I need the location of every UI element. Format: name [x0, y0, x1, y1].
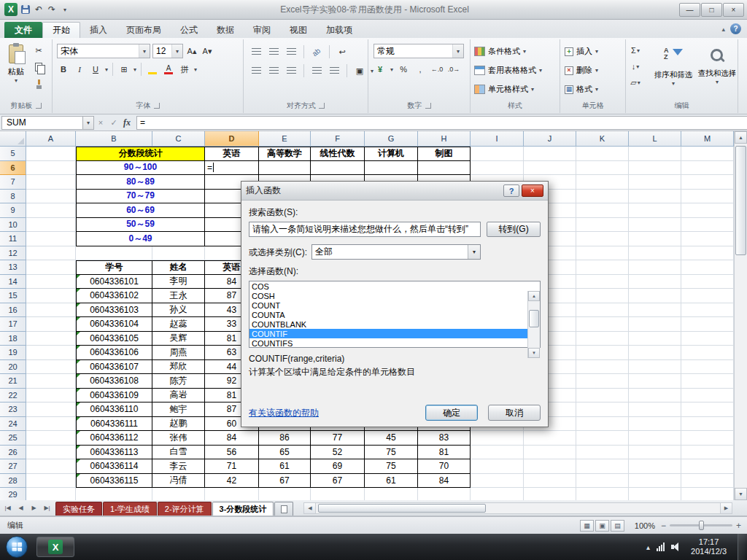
percent-format-icon[interactable]: %	[397, 63, 410, 76]
cell-r20-c0[interactable]	[26, 360, 76, 375]
currency-format-icon[interactable]: ¥	[374, 63, 387, 76]
cell-r28-c0[interactable]	[26, 474, 76, 489]
find-select-button[interactable]: 查找和选择 ▾	[696, 43, 738, 100]
cell-r25-c5[interactable]: 77	[311, 431, 365, 446]
page-break-view-icon[interactable]: ▤	[611, 520, 624, 532]
column-header-K[interactable]: K	[576, 131, 629, 147]
cell-r15-c10[interactable]	[576, 289, 629, 303]
function-item-COUNTA[interactable]: COUNTA	[249, 310, 527, 319]
cell-r8-c10[interactable]	[629, 190, 681, 204]
enter-formula-icon[interactable]: ✓	[107, 116, 120, 129]
align-center-icon[interactable]	[267, 64, 280, 77]
row-header-11[interactable]: 11	[0, 232, 26, 246]
decrease-decimal-icon[interactable]: .0→	[447, 63, 460, 76]
phonetic-dropdown-icon[interactable]: ▾	[194, 66, 197, 73]
cell-r24-c0[interactable]	[26, 417, 76, 432]
cell-r23-c2[interactable]: 鲍宇	[152, 402, 205, 417]
row-header-16[interactable]: 16	[0, 303, 26, 318]
function-help-link[interactable]: 有关该函数的帮助	[249, 407, 319, 419]
close-button[interactable]: ×	[723, 3, 744, 17]
cell-r14-c11[interactable]	[629, 275, 681, 289]
tray-expand-icon[interactable]: ▴	[646, 543, 650, 551]
cell-r13-c11[interactable]	[629, 260, 681, 275]
cell-r29-c1[interactable]	[76, 488, 152, 500]
font-size-select[interactable]: 12 ▾	[152, 44, 183, 58]
cell-r28-c11[interactable]	[629, 474, 681, 489]
cell-r16-c1[interactable]: 0604336103	[76, 303, 152, 318]
row-header-23[interactable]: 23	[0, 402, 26, 417]
cell-r5-c0[interactable]	[26, 147, 76, 161]
cell-r27-c0[interactable]	[26, 459, 76, 474]
cell-r28-c7[interactable]: 84	[418, 474, 471, 489]
align-middle-icon[interactable]	[267, 45, 280, 58]
cell-r25-c3[interactable]: 84	[205, 431, 259, 446]
cell-r13-c1[interactable]: 学号	[76, 260, 152, 275]
undo-icon[interactable]: ↶	[34, 3, 44, 16]
cut-icon[interactable]: ✂	[32, 44, 45, 57]
row-header-24[interactable]: 24	[0, 417, 26, 432]
cell-r29-c2[interactable]	[152, 488, 205, 500]
cell-r18-c1[interactable]: 0604336105	[76, 332, 152, 346]
vertical-scroll-thumb[interactable]	[735, 146, 746, 255]
cell-r5-c4[interactable]: 线性代数	[311, 147, 365, 161]
cell-r10-c9[interactable]	[576, 218, 629, 233]
horizontal-scrollbar[interactable]: ◀ ▶	[303, 502, 732, 514]
row-header-6[interactable]: 6	[0, 161, 26, 176]
cell-r7-c9[interactable]	[576, 175, 629, 190]
cell-r26-c4[interactable]: 65	[259, 446, 311, 460]
cell-r19-c11[interactable]	[629, 346, 681, 360]
cell-r8-c11[interactable]	[681, 190, 734, 204]
merge-center-icon[interactable]: ▣	[353, 64, 366, 77]
cell-r9-c10[interactable]	[629, 203, 681, 218]
cell-r5-c6[interactable]: 制图	[418, 147, 471, 161]
cell-r25-c8[interactable]	[471, 431, 524, 446]
number-dialog-launcher[interactable]	[425, 103, 431, 109]
column-header-G[interactable]: G	[365, 131, 418, 147]
cell-r26-c9[interactable]	[524, 446, 576, 460]
cell-r26-c12[interactable]	[681, 446, 734, 460]
cell-r7-c10[interactable]	[629, 175, 681, 190]
align-right-icon[interactable]	[285, 64, 298, 77]
column-header-B[interactable]: B	[76, 131, 152, 147]
cell-r22-c12[interactable]	[681, 389, 734, 403]
cell-r26-c6[interactable]: 75	[365, 446, 418, 460]
cell-r6-c10[interactable]	[629, 161, 681, 176]
cell-r27-c8[interactable]	[471, 459, 524, 474]
cell-r27-c2[interactable]: 李云	[152, 459, 205, 474]
bold-icon[interactable]: B	[57, 63, 70, 76]
cell-r22-c2[interactable]: 高岩	[152, 389, 205, 403]
cell-r24-c11[interactable]	[629, 417, 681, 432]
cell-r29-c11[interactable]	[629, 488, 681, 500]
excel-app-icon[interactable]: X	[4, 3, 18, 16]
cell-r9-c0[interactable]	[26, 203, 76, 218]
cell-r9-c9[interactable]	[576, 203, 629, 218]
row-header-19[interactable]: 19	[0, 346, 26, 360]
cell-r13-c10[interactable]	[576, 260, 629, 275]
cell-r13-c0[interactable]	[26, 260, 76, 275]
cell-r17-c1[interactable]: 0604336104	[76, 317, 152, 332]
cell-r15-c0[interactable]	[26, 289, 76, 303]
cell-r14-c12[interactable]	[681, 275, 734, 289]
formula-input[interactable]: =	[136, 116, 747, 130]
scroll-right-icon[interactable]: ▶	[720, 503, 732, 513]
cell-r25-c7[interactable]: 83	[418, 431, 471, 446]
row-header-12[interactable]: 12	[0, 246, 26, 261]
cell-r28-c12[interactable]	[681, 474, 734, 489]
category-dropdown-icon[interactable]: ▾	[468, 245, 480, 259]
cell-r26-c2[interactable]: 白雪	[152, 446, 205, 460]
cell-r29-c10[interactable]	[576, 488, 629, 500]
cell-r14-c2[interactable]: 李明	[152, 275, 205, 289]
cell-r26-c3[interactable]: 56	[205, 446, 259, 460]
cell-r28-c3[interactable]: 42	[205, 474, 259, 489]
cell-r27-c3[interactable]: 71	[205, 459, 259, 474]
cell-r8-c1[interactable]: 70～79	[76, 190, 205, 204]
cell-r20-c2[interactable]: 郑欣	[152, 360, 205, 375]
cell-r5-c2[interactable]: 英语	[205, 147, 259, 161]
align-bottom-icon[interactable]	[285, 45, 298, 58]
clear-icon[interactable]: ▱▾	[629, 76, 642, 89]
dialog-title-bar[interactable]: 插入函数 ? ×	[241, 182, 548, 201]
function-item-COSH[interactable]: COSH	[249, 291, 527, 300]
shrink-font-icon[interactable]: A▾	[201, 44, 214, 58]
cell-r29-c6[interactable]	[365, 488, 418, 500]
cell-r7-c1[interactable]: 80～89	[76, 175, 205, 190]
